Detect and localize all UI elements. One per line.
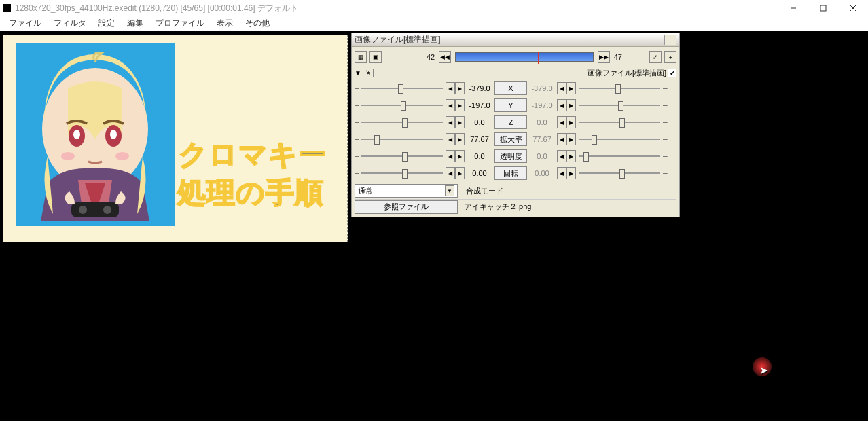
dec-left-scale[interactable]: ◀ [446, 133, 455, 145]
param-button-rotate[interactable]: 回転 [494, 166, 527, 180]
menu-edit[interactable]: 編集 [121, 18, 149, 29]
value-left-Y[interactable]: -197.0 [465, 101, 494, 109]
inc-left-Z[interactable]: ▶ [455, 116, 465, 128]
slider-right-Y[interactable] [579, 99, 660, 111]
anime-portrait [20, 48, 170, 221]
dec-left-alpha[interactable]: ◀ [446, 150, 455, 162]
inc-right-Z[interactable]: ▶ [566, 116, 576, 128]
inc-right-Y[interactable]: ▶ [566, 99, 576, 111]
slider-left-Y[interactable] [361, 99, 443, 111]
value-right-alpha[interactable]: 0.0 [527, 152, 557, 160]
layer-icon-2[interactable]: ▣ [369, 51, 382, 63]
maximize-button[interactable] [808, 0, 838, 16]
add-icon[interactable]: ＋ [664, 51, 676, 63]
menu-profile[interactable]: プロファイル [149, 18, 211, 29]
inc-right-X[interactable]: ▶ [566, 82, 576, 94]
value-left-Z[interactable]: 0.0 [465, 118, 494, 126]
slider-right-alpha[interactable] [579, 150, 660, 162]
slider-left-Z[interactable] [361, 116, 443, 128]
svg-point-13 [103, 206, 111, 214]
param-button-alpha[interactable]: 透明度 [494, 149, 527, 163]
reference-file-name: アイキャッチ２.png [465, 202, 531, 212]
dec-right-rotate[interactable]: ◀ [557, 167, 566, 179]
value-right-scale[interactable]: 77.67 [527, 135, 557, 143]
slider-left-alpha[interactable] [361, 150, 443, 162]
dec-right-scale[interactable]: ◀ [557, 133, 566, 145]
dec-left-rotate[interactable]: ◀ [446, 167, 455, 179]
prev-frame-icon[interactable]: ◀◀ [439, 51, 451, 63]
menu-display[interactable]: 表示 [211, 18, 239, 29]
slider-right-X[interactable] [579, 82, 660, 94]
value-left-scale[interactable]: 77.67 [465, 135, 494, 143]
minimize-button[interactable] [778, 0, 808, 16]
slider-left-rotate[interactable] [361, 167, 443, 179]
dec-right-X[interactable]: ◀ [557, 82, 566, 94]
menu-file[interactable]: ファイル [3, 18, 48, 29]
blend-mode-value: 通常 [358, 186, 373, 196]
value-right-rotate[interactable]: 0.00 [527, 169, 557, 177]
next-frame-icon[interactable]: ▶▶ [598, 51, 610, 63]
workspace: クロマキー 処理の手順 画像ファイル[標準描画] ▦ ▣ 42 ◀◀ ▶▶ 47… [0, 31, 868, 421]
value-left-alpha[interactable]: 0.0 [465, 152, 494, 160]
svg-point-10 [115, 152, 129, 160]
object-enable-checkbox[interactable]: ✔ [668, 69, 676, 77]
value-left-X[interactable]: -379.0 [465, 84, 494, 92]
svg-point-8 [110, 130, 117, 139]
preview-panel: クロマキー 処理の手順 [3, 35, 348, 242]
value-right-Z[interactable]: 0.0 [527, 118, 557, 126]
param-button-scale[interactable]: 拡大率 [494, 132, 527, 146]
slider-left-scale[interactable] [361, 133, 443, 145]
dash-icon: – [355, 134, 359, 144]
inc-left-Y[interactable]: ▶ [455, 99, 465, 111]
param-button-Y[interactable]: Y [494, 98, 527, 112]
inc-left-rotate[interactable]: ▶ [455, 167, 465, 179]
blend-mode-select[interactable]: 通常 ▼ [355, 184, 458, 198]
param-row-Z: –◀▶0.0Z0.0◀▶– [355, 114, 676, 130]
menu-other[interactable]: その他 [239, 18, 276, 29]
dec-left-Y[interactable]: ◀ [446, 99, 455, 111]
slider-right-scale[interactable] [579, 133, 660, 145]
dash-icon: – [663, 84, 667, 93]
dash-icon: – [355, 168, 359, 178]
dialog-titlebar[interactable]: 画像ファイル[標準描画] [352, 33, 679, 47]
object-dialog: 画像ファイル[標準描画] ▦ ▣ 42 ◀◀ ▶▶ 47 ⤢ ＋ ▼ 🖰 [351, 33, 680, 217]
svg-point-6 [73, 130, 80, 139]
dec-left-X[interactable]: ◀ [446, 82, 455, 94]
value-right-X[interactable]: -379.0 [527, 84, 557, 92]
dec-left-Z[interactable]: ◀ [446, 116, 455, 128]
inc-right-alpha[interactable]: ▶ [566, 150, 576, 162]
inc-right-rotate[interactable]: ▶ [566, 167, 576, 179]
slider-right-Z[interactable] [579, 116, 660, 128]
param-button-X[interactable]: X [494, 81, 527, 95]
layer-icon-1[interactable]: ▦ [355, 51, 367, 63]
param-button-Z[interactable]: Z [494, 115, 527, 129]
frame-bar[interactable] [455, 52, 594, 62]
inc-left-alpha[interactable]: ▶ [455, 150, 465, 162]
param-row-Y: –◀▶-197.0Y-197.0◀▶– [355, 97, 676, 113]
svg-rect-1 [820, 5, 826, 11]
slider-left-X[interactable] [361, 82, 443, 94]
dash-icon: – [663, 100, 667, 110]
expand-icon[interactable]: ⤢ [649, 51, 662, 63]
lock-icon[interactable]: 🖰 [363, 69, 374, 77]
value-right-Y[interactable]: -197.0 [527, 101, 557, 109]
dec-right-alpha[interactable]: ◀ [557, 150, 566, 162]
menu-filter[interactable]: フィルタ [48, 18, 92, 29]
reference-file-button[interactable]: 参照ファイル [355, 200, 458, 214]
app-icon [3, 4, 11, 12]
close-button[interactable] [838, 0, 868, 16]
dec-right-Y[interactable]: ◀ [557, 99, 566, 111]
dialog-close-icon[interactable] [664, 35, 676, 45]
param-row-alpha: –◀▶0.0透明度0.0◀▶– [355, 148, 676, 164]
dec-right-Z[interactable]: ◀ [557, 116, 566, 128]
menu-settings[interactable]: 設定 [92, 18, 121, 29]
inc-left-X[interactable]: ▶ [455, 82, 465, 94]
collapse-icon[interactable]: ▼ [355, 69, 361, 77]
frame-marker[interactable] [538, 52, 539, 64]
preview-text-2: 処理の手順 [177, 174, 324, 212]
inc-left-scale[interactable]: ▶ [455, 133, 465, 145]
inc-right-scale[interactable]: ▶ [566, 133, 576, 145]
slider-right-rotate[interactable] [579, 167, 660, 179]
dropdown-icon[interactable]: ▼ [445, 185, 454, 196]
value-left-rotate[interactable]: 0.00 [465, 169, 494, 177]
